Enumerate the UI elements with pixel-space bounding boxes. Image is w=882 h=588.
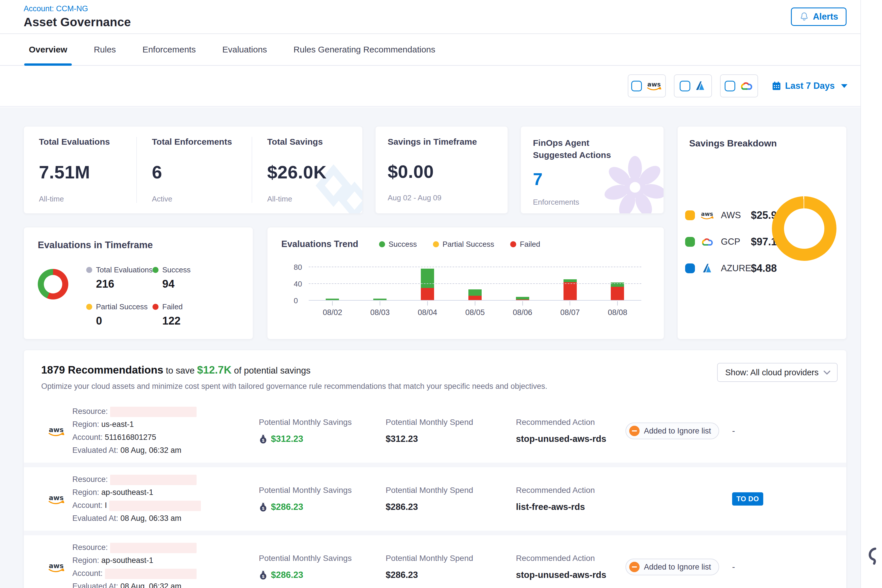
redacted-resource: [110, 543, 196, 553]
provider-filter-azure[interactable]: [674, 74, 712, 98]
resource-label: Resource:: [72, 543, 108, 552]
help-icon[interactable]: [865, 547, 880, 566]
legend-value: 0: [96, 315, 136, 327]
evaluated-label: Evaluated At:: [72, 446, 118, 454]
azure-color-swatch: [685, 264, 695, 273]
legend-partial-success: Partial Success 0: [86, 302, 136, 327]
gridline: [309, 284, 641, 284]
recommendation-row[interactable]: Resource: Region: us-east-1 Account: 511…: [24, 399, 846, 463]
region-label: Region:: [72, 420, 99, 429]
alerts-button-label: Alerts: [813, 12, 838, 22]
recommended-action-column: Recommended Action stop-unused-aws-rds: [516, 418, 626, 444]
region-value: ap-southeast-1: [102, 488, 153, 496]
ignore-pill-label: Added to Ignore list: [644, 427, 711, 435]
cloud-provider-filter-select[interactable]: Show: All cloud providers: [717, 363, 838, 382]
added-to-ignore-list-pill[interactable]: Added to Ignore list: [626, 423, 719, 439]
row-separator: [24, 531, 846, 535]
money-bag-icon: [259, 502, 267, 512]
aws-checkbox[interactable]: [631, 81, 642, 92]
spend-value: $286.23: [386, 570, 418, 580]
column-label: Recommended Action: [516, 418, 626, 427]
azure-logo-icon: [699, 262, 714, 274]
stat-sublabel: All-time: [267, 195, 346, 204]
action-value: stop-unused-aws-rds: [516, 570, 606, 580]
savings-value: $286.23: [271, 570, 303, 580]
legend-value: 94: [162, 278, 200, 290]
y-axis-tick: 40: [294, 280, 302, 288]
tab-enforcements[interactable]: Enforcements: [142, 34, 196, 65]
recommendation-row[interactable]: Resource: Region: ap-southeast-1 Account…: [24, 535, 846, 588]
provider-filter-aws[interactable]: [628, 74, 666, 98]
column-label: Potential Monthly Savings: [259, 554, 386, 563]
alerts-button[interactable]: Alerts: [791, 8, 846, 26]
stat-label: Total Enforcements: [152, 137, 237, 147]
date-range-dropdown[interactable]: Last 7 Days: [771, 81, 848, 91]
tab-rules-generating-recommendations[interactable]: Rules Generating Recommendations: [293, 34, 435, 65]
action-value: list-free-aws-rds: [516, 502, 585, 512]
legend-total-evaluations: Total Evaluations 216: [86, 266, 136, 290]
stat-value: 6: [152, 162, 237, 183]
azure-checkbox[interactable]: [680, 81, 690, 92]
evaluated-value: 08 Aug, 06:32 am: [120, 446, 182, 454]
filterbar: Last 7 Days: [0, 66, 882, 106]
tail-column: -: [732, 426, 846, 436]
dash-value: -: [732, 562, 735, 572]
x-axis-label: 08/05: [465, 301, 485, 317]
monthly-spend-column: Potential Monthly Spend $286.23: [386, 486, 516, 512]
breakdown-row-azure: AZURE $4.88: [685, 255, 784, 282]
column-label: Recommended Action: [516, 486, 626, 495]
monthly-savings-column: Potential Monthly Savings $312.23: [259, 418, 386, 444]
title-tail-text: of potential savings: [234, 366, 310, 376]
gcp-checkbox[interactable]: [724, 81, 735, 92]
todo-badge[interactable]: TO DO: [732, 492, 763, 506]
region-label: Region:: [72, 556, 99, 565]
y-axis-tick: 80: [294, 263, 302, 272]
potential-savings-amount: $12.7K: [197, 364, 231, 376]
resource-details: Resource: Region: ap-southeast-1 Account…: [72, 541, 259, 588]
success-dot-icon: [379, 241, 385, 247]
redacted-account: [105, 569, 196, 579]
legend-success: Success 94: [153, 266, 200, 290]
column-label: Potential Monthly Savings: [259, 418, 386, 427]
legend-value: 122: [162, 315, 200, 327]
added-to-ignore-list-pill[interactable]: Added to Ignore list: [626, 559, 719, 575]
tab-evaluations[interactable]: Evaluations: [222, 34, 267, 65]
monthly-savings-column: Potential Monthly Savings $286.23: [259, 554, 386, 580]
region-label: Region:: [72, 488, 99, 496]
money-bag-icon: [259, 570, 267, 580]
chevron-down-icon: [841, 84, 848, 88]
bell-icon: [799, 12, 809, 22]
provider-filter-gcp[interactable]: [720, 74, 758, 98]
redacted-resource: [110, 475, 196, 485]
breakdown-row-aws: AWS $25.9K: [685, 202, 784, 229]
tab-overview[interactable]: Overview: [29, 34, 67, 65]
legend-label: Success: [162, 266, 190, 274]
gcp-logo-icon: [699, 237, 714, 247]
aws-logo-icon: [699, 211, 714, 220]
stat-value: 7.51M: [39, 162, 122, 183]
aws-logo-icon: [646, 81, 662, 92]
legend-label: Total Evaluations: [96, 266, 153, 274]
flower-watermark-icon: [599, 153, 664, 214]
action-value: stop-unused-aws-rds: [516, 434, 606, 444]
recommendation-row[interactable]: Resource: Region: ap-southeast-1 Account…: [24, 467, 846, 531]
bar-08/02: 08/02: [326, 267, 339, 301]
evaluated-value: 08 Aug, 06:33 am: [120, 514, 182, 523]
account-breadcrumb-link[interactable]: Account: CCM-NG: [24, 4, 131, 13]
tab-rules[interactable]: Rules: [94, 34, 116, 65]
topbar: Account: CCM-NG Asset Governance Alerts: [0, 0, 882, 34]
trend-legend-failed: Failed: [510, 240, 540, 249]
account-label: Account:: [72, 569, 103, 578]
right-scroll-gutter[interactable]: [860, 0, 882, 588]
recommendations-subtitle: Optimize your cloud assets and minimize …: [41, 382, 829, 391]
select-value: Show: All cloud providers: [725, 368, 819, 377]
region-value: us-east-1: [102, 420, 134, 429]
donut-hole: [44, 275, 62, 293]
resource-label: Resource:: [72, 475, 108, 484]
dashboard: Total Evaluations 7.51M All-time Total E…: [0, 107, 860, 588]
trend-bars: 08/0208/0308/0408/0508/0608/0708/08: [309, 267, 641, 301]
asset-governance-page: Account: CCM-NG Asset Governance Alerts …: [0, 0, 882, 588]
stat-sublabel: Active: [152, 195, 237, 204]
legend-label: Success: [388, 240, 417, 249]
tail-column: -: [732, 562, 846, 572]
